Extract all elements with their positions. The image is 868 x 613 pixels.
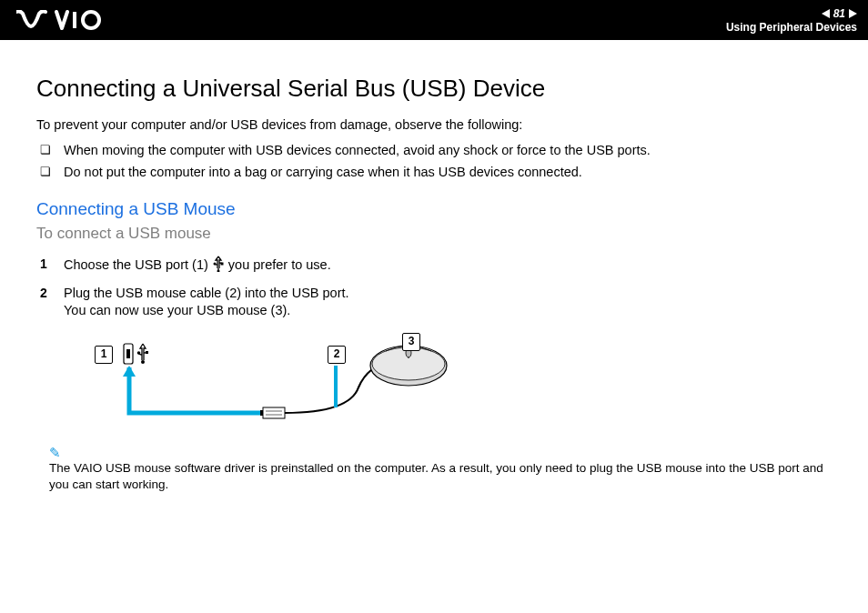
connection-diagram: 1 2 3 bbox=[58, 333, 449, 431]
vaio-logo bbox=[16, 10, 104, 30]
callout-3: 3 bbox=[402, 333, 420, 351]
note-icon: ✎ bbox=[49, 444, 832, 462]
callout-2: 2 bbox=[328, 346, 346, 364]
note-block: ✎ The VAIO USB mouse software driver is … bbox=[49, 444, 832, 494]
svg-point-9 bbox=[141, 360, 145, 364]
svg-rect-12 bbox=[260, 410, 263, 416]
step-1: Choose the USB port (1) you prefer to us… bbox=[36, 256, 832, 277]
svg-rect-11 bbox=[263, 407, 285, 418]
next-page-icon[interactable] bbox=[849, 9, 857, 18]
step-2: Plug the USB mouse cable (2) into the US… bbox=[36, 285, 832, 320]
header-right: 81 Using Peripheral Devices bbox=[726, 0, 857, 40]
page-content: Connecting a Universal Serial Bus (USB) … bbox=[0, 40, 868, 493]
svg-point-1 bbox=[83, 12, 99, 28]
prev-page-icon[interactable] bbox=[822, 9, 830, 18]
page-nav: 81 bbox=[822, 7, 857, 20]
caution-list: When moving the computer with USB device… bbox=[36, 143, 832, 179]
usb-icon bbox=[212, 256, 225, 277]
diagram-svg bbox=[58, 333, 449, 431]
step-list: Choose the USB port (1) you prefer to us… bbox=[36, 256, 832, 320]
page-title: Connecting a Universal Serial Bus (USB) … bbox=[36, 75, 832, 103]
svg-rect-6 bbox=[126, 349, 130, 358]
header-bar: 81 Using Peripheral Devices bbox=[0, 0, 868, 40]
intro-text: To prevent your computer and/or USB devi… bbox=[36, 117, 832, 132]
svg-marker-10 bbox=[123, 366, 136, 377]
list-item: When moving the computer with USB device… bbox=[36, 143, 832, 157]
page-number: 81 bbox=[833, 7, 845, 20]
callout-1: 1 bbox=[95, 346, 113, 364]
subheading: Connecting a USB Mouse bbox=[36, 199, 832, 219]
note-text: The VAIO USB mouse software driver is pr… bbox=[49, 461, 823, 491]
task-title: To connect a USB mouse bbox=[36, 225, 832, 243]
svg-point-4 bbox=[217, 270, 219, 273]
list-item: Do not put the computer into a bag or ca… bbox=[36, 165, 832, 179]
svg-rect-0 bbox=[73, 12, 76, 28]
section-title: Using Peripheral Devices bbox=[726, 21, 857, 34]
